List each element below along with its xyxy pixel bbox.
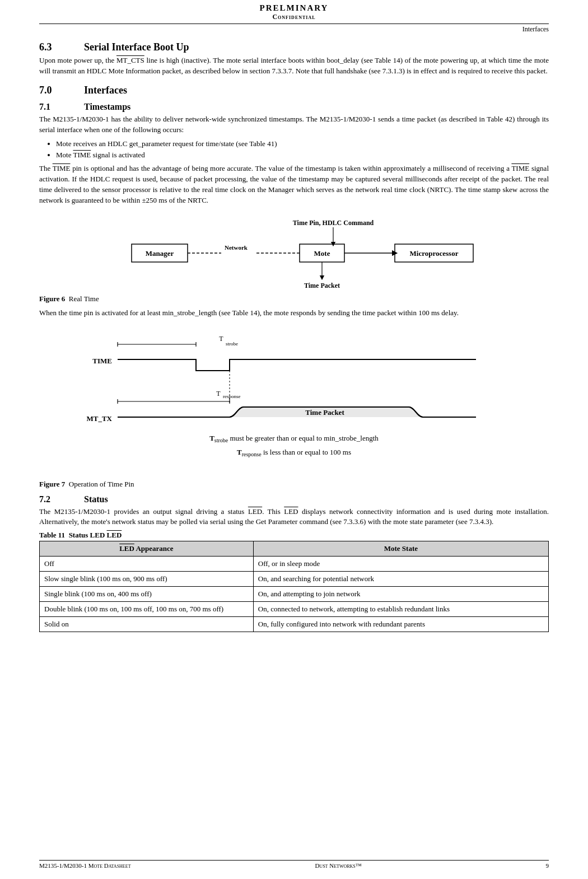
svg-text:Time Packet: Time Packet [305, 408, 344, 417]
svg-text:Manager: Manager [146, 249, 174, 258]
col-header-mote: Mote State [253, 541, 548, 557]
svg-text:Network: Network [225, 244, 248, 251]
figure-6-diagram: Time Pin, HDLC Command Manager Network [98, 216, 490, 291]
svg-text:strobe: strobe [226, 341, 238, 347]
figure-6-label: Figure 6 [39, 294, 65, 303]
table-cell-led-4: Double blink (100 ms on, 100 ms off, 100… [40, 602, 254, 617]
table-row: Off Off, or in sleep mode [40, 557, 549, 572]
mt-cts-overline: MT_CTS [116, 56, 144, 64]
figure-7-caption-text: Operation of Time Pin [69, 480, 134, 488]
table-led-overline: LED [107, 531, 122, 539]
table-cell-led-1: Off [40, 557, 254, 572]
table-row: Solid on On, fully configured into netwo… [40, 617, 549, 632]
bullet-item-2: Mote TIME signal is activated [56, 149, 549, 161]
time-overline-bullet: TIME [73, 151, 91, 159]
svg-text:T: T [219, 335, 223, 343]
bullet-list: Mote receives an HDLC get_parameter requ… [56, 138, 549, 160]
table-caption-num: Table 11 [39, 531, 65, 539]
svg-text:response: response [223, 394, 241, 399]
figure-7-caption: Figure 7 Operation of Time Pin [39, 480, 549, 489]
svg-text:T: T [216, 390, 221, 398]
section-7-1-body1: The M2135-1/M2030-1 has the ability to d… [39, 114, 549, 135]
figure-6-caption-text: Real Time [69, 294, 99, 303]
svg-text:Mote: Mote [314, 249, 330, 258]
table-body: Off Off, or in sleep mode Slow single bl… [40, 557, 549, 632]
section-6-3-title: Serial Interface Boot Up [84, 41, 189, 53]
table-cell-led-2: Slow single blink (100 ms on, 900 ms off… [40, 572, 254, 587]
section-7-1-num: 7.1 [39, 102, 84, 112]
page-footer: M2135-1/M2030-1 Mote Datasheet Dust Netw… [39, 860, 549, 869]
real-time-svg: Time Pin, HDLC Command Manager Network [98, 216, 490, 289]
table-header-row: LED Appearance Mote State [40, 541, 549, 557]
section-7-0-heading: 7.0Interfaces [39, 85, 549, 96]
figure-7-area: TIME T strobe MT_TX T response [39, 329, 549, 489]
table-cell-led-5: Solid on [40, 617, 254, 632]
svg-text:MT_TX: MT_TX [87, 414, 113, 423]
header-subtitle: Confidential [39, 13, 549, 21]
header-title: PRELMINARY [39, 3, 549, 13]
time-pin-svg: TIME T strobe MT_TX T response [84, 329, 504, 474]
section-7-0-title: Interfaces [84, 85, 127, 96]
status-table: LED Appearance Mote State Off Off, or in… [39, 541, 549, 632]
section-7-2-num: 7.2 [39, 494, 84, 504]
table-cell-led-3: Single blink (100 ms on, 400 ms off) [40, 587, 254, 602]
table-cell-state-1: Off, or in sleep mode [253, 557, 548, 572]
time-overline-2: TIME [511, 164, 529, 172]
figure-6-area: Time Pin, HDLC Command Manager Network [39, 216, 549, 303]
table-cell-state-5: On, fully configured into network with r… [253, 617, 548, 632]
svg-text:Tresponse is less than or equa: Tresponse is less than or equal to 100 m… [237, 448, 351, 457]
figure-7-label: Figure 7 [39, 480, 65, 488]
section-6-3-body: Upon mote power up, the MT_CTS line is h… [39, 55, 549, 77]
led-overline-1: LED [248, 507, 262, 516]
section-6-3-num: 6.3 [39, 41, 84, 53]
section-7-0-num: 7.0 [39, 85, 84, 96]
time-overline-1: TIME [53, 164, 71, 172]
table-11-caption: Table 11 Status LED LED [39, 531, 549, 540]
led-overline-2: LED [284, 507, 298, 516]
footer-center: Dust Networks™ [315, 862, 361, 869]
section-7-2-body: The M2135-1/M2030-1 provides an output s… [39, 507, 549, 528]
bullet-item-1: Mote receives an HDLC get_parameter requ… [56, 138, 549, 149]
table-row: Single blink (100 ms on, 400 ms off) On,… [40, 587, 549, 602]
section-7-1-title: Timestamps [84, 102, 130, 111]
footer-left: M2135-1/M2030-1 Mote Datasheet [39, 862, 131, 869]
figure-7-diagram: TIME T strobe MT_TX T response [84, 329, 504, 476]
figure-6-caption: Figure 6 Real Time [39, 294, 549, 303]
section-7-1-body2: The TIME pin is optional and has the adv… [39, 163, 549, 205]
section-7-1-heading: 7.1Timestamps [39, 102, 549, 112]
time-pin-label: Time Pin, HDLC Command [293, 219, 374, 227]
table-row: Double blink (100 ms on, 100 ms off, 100… [40, 602, 549, 617]
section-7-2-heading: 7.2Status [39, 494, 549, 504]
table-cell-state-4: On, connected to network, attempting to … [253, 602, 548, 617]
table-cell-state-2: On, and searching for potential network [253, 572, 548, 587]
svg-text:TIME: TIME [92, 357, 112, 365]
section-7-2-title: Status [84, 494, 108, 504]
figure7-pretext: When the time pin is activated for at le… [39, 308, 549, 319]
page-header: PRELMINARY Confidential [39, 0, 549, 24]
svg-text:Microprocessor: Microprocessor [410, 249, 459, 258]
table-cell-state-3: On, and attempting to join network [253, 587, 548, 602]
table-caption-title: Status LED [69, 531, 105, 539]
svg-text:Tstrobe must be greater than o: Tstrobe must be greater than or equal to… [209, 434, 379, 443]
page-header-right: Interfaces [39, 25, 549, 34]
table-row: Slow single blink (100 ms on, 900 ms off… [40, 572, 549, 587]
section-6-3-heading: 6.3Serial Interface Boot Up [39, 41, 549, 53]
col-header-led: LED Appearance [40, 541, 254, 557]
footer-right: 9 [545, 862, 549, 869]
svg-text:Time Packet: Time Packet [304, 282, 340, 289]
